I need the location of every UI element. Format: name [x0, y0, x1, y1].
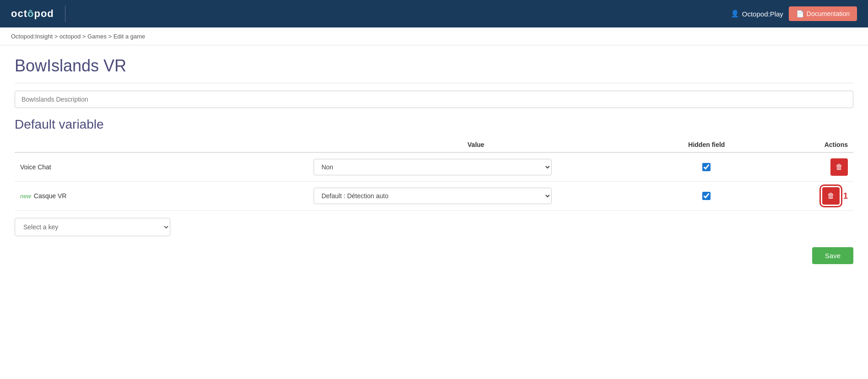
description-input[interactable]: [15, 91, 853, 108]
row-value-cell: NonOui: [308, 152, 644, 182]
select-key-row: Select a key: [15, 218, 853, 236]
row-name-cell: Voice Chat: [15, 152, 308, 182]
row-value-select[interactable]: NonOui: [314, 159, 552, 175]
col-header-hidden: Hidden field: [644, 137, 770, 152]
row-name-cell: newCasque VR: [15, 182, 308, 211]
octopod-play-button[interactable]: 👤 Octopod:Play: [731, 10, 783, 18]
row-name: Voice Chat: [20, 163, 51, 171]
breadcrumb-bar: Octopod:Insight > octopod > Games > Edit…: [0, 27, 868, 45]
hidden-field-checkbox[interactable]: [702, 192, 711, 200]
logo-text: octōpod: [11, 8, 54, 20]
row-name: Casque VR: [34, 192, 67, 200]
octopod-play-label: Octopod:Play: [742, 10, 783, 18]
description-field: [15, 91, 853, 108]
delete-button[interactable]: 🗑: [822, 187, 840, 205]
doc-icon: 📄: [796, 10, 804, 17]
play-icon: 👤: [731, 10, 739, 18]
row-value-cell: Default : Détection autoOuiNon: [308, 182, 644, 211]
row-hidden-cell: [644, 182, 770, 211]
col-header-actions: Actions: [770, 137, 853, 152]
row-actions-cell: 🗑: [770, 152, 853, 182]
breadcrumb: Octopod:Insight > octopod > Games > Edit…: [11, 33, 145, 40]
badge-1: 1: [843, 191, 848, 201]
page-title: BowIslands VR: [15, 56, 853, 83]
row-actions-cell: 🗑1: [770, 182, 853, 211]
header-right: 👤 Octopod:Play 📄 Documentation: [731, 6, 857, 21]
logo: octōpod: [11, 8, 54, 20]
section-title: Default variable: [15, 117, 853, 132]
hidden-field-checkbox[interactable]: [702, 163, 711, 171]
delete-button[interactable]: 🗑: [830, 158, 848, 176]
new-badge: new: [20, 193, 31, 200]
col-header-value: Value: [308, 137, 644, 152]
header: octōpod 👤 Octopod:Play 📄 Documentation: [0, 0, 868, 27]
footer: Save: [15, 247, 853, 268]
documentation-label: Documentation: [807, 10, 850, 17]
table-header-row: Value Hidden field Actions: [15, 137, 853, 152]
table-row: Voice ChatNonOui🗑: [15, 152, 853, 182]
row-value-select[interactable]: Default : Détection autoOuiNon: [314, 188, 552, 204]
row-hidden-cell: [644, 152, 770, 182]
variables-table: Value Hidden field Actions Voice ChatNon…: [15, 137, 853, 211]
col-header-name: [15, 137, 308, 152]
logo-divider: [65, 5, 65, 22]
save-button[interactable]: Save: [812, 247, 853, 264]
select-key-dropdown[interactable]: Select a key: [15, 218, 170, 236]
main-content: BowIslands VR Default variable Value Hid…: [0, 45, 868, 379]
documentation-button[interactable]: 📄 Documentation: [789, 6, 857, 21]
table-row: newCasque VRDefault : Détection autoOuiN…: [15, 182, 853, 211]
